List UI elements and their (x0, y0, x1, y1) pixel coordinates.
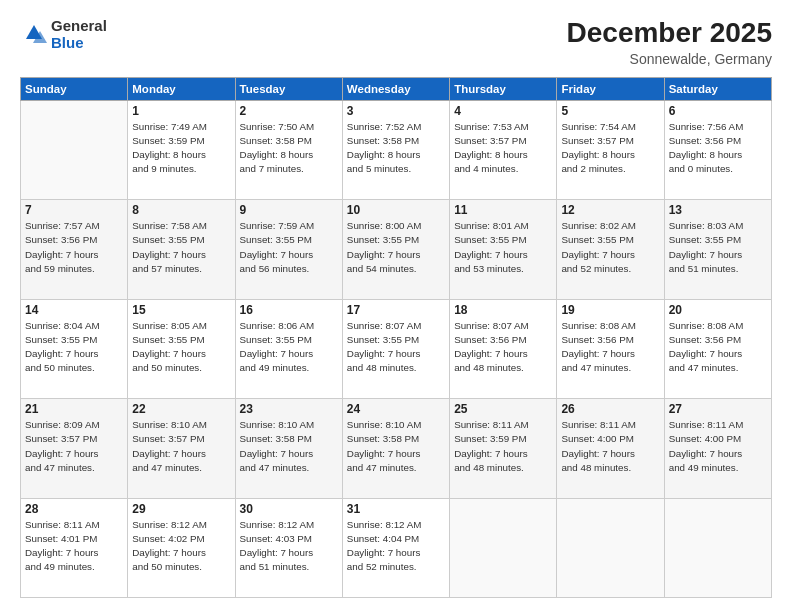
day-number: 15 (132, 303, 230, 317)
location: Sonnewalde, Germany (567, 51, 772, 67)
table-row (450, 498, 557, 597)
day-number: 2 (240, 104, 338, 118)
table-row: 4Sunrise: 7:53 AM Sunset: 3:57 PM Daylig… (450, 100, 557, 199)
logo-icon (20, 21, 48, 49)
day-info: Sunrise: 8:07 AM Sunset: 3:56 PM Dayligh… (454, 319, 552, 376)
day-info: Sunrise: 8:12 AM Sunset: 4:04 PM Dayligh… (347, 518, 445, 575)
table-row: 26Sunrise: 8:11 AM Sunset: 4:00 PM Dayli… (557, 399, 664, 498)
day-info: Sunrise: 8:05 AM Sunset: 3:55 PM Dayligh… (132, 319, 230, 376)
day-number: 27 (669, 402, 767, 416)
col-thursday: Thursday (450, 77, 557, 100)
table-row: 24Sunrise: 8:10 AM Sunset: 3:58 PM Dayli… (342, 399, 449, 498)
title-block: December 2025 Sonnewalde, Germany (567, 18, 772, 67)
table-row: 23Sunrise: 8:10 AM Sunset: 3:58 PM Dayli… (235, 399, 342, 498)
table-row: 7Sunrise: 7:57 AM Sunset: 3:56 PM Daylig… (21, 200, 128, 299)
calendar-header-row: Sunday Monday Tuesday Wednesday Thursday… (21, 77, 772, 100)
table-row: 15Sunrise: 8:05 AM Sunset: 3:55 PM Dayli… (128, 299, 235, 398)
month-title: December 2025 (567, 18, 772, 49)
day-info: Sunrise: 7:59 AM Sunset: 3:55 PM Dayligh… (240, 219, 338, 276)
day-info: Sunrise: 8:04 AM Sunset: 3:55 PM Dayligh… (25, 319, 123, 376)
day-info: Sunrise: 8:10 AM Sunset: 3:58 PM Dayligh… (240, 418, 338, 475)
table-row: 20Sunrise: 8:08 AM Sunset: 3:56 PM Dayli… (664, 299, 771, 398)
day-number: 7 (25, 203, 123, 217)
col-sunday: Sunday (21, 77, 128, 100)
day-info: Sunrise: 8:07 AM Sunset: 3:55 PM Dayligh… (347, 319, 445, 376)
table-row: 3Sunrise: 7:52 AM Sunset: 3:58 PM Daylig… (342, 100, 449, 199)
table-row: 8Sunrise: 7:58 AM Sunset: 3:55 PM Daylig… (128, 200, 235, 299)
table-row: 2Sunrise: 7:50 AM Sunset: 3:58 PM Daylig… (235, 100, 342, 199)
day-number: 9 (240, 203, 338, 217)
table-row: 11Sunrise: 8:01 AM Sunset: 3:55 PM Dayli… (450, 200, 557, 299)
day-info: Sunrise: 7:49 AM Sunset: 3:59 PM Dayligh… (132, 120, 230, 177)
table-row: 5Sunrise: 7:54 AM Sunset: 3:57 PM Daylig… (557, 100, 664, 199)
day-number: 30 (240, 502, 338, 516)
logo-blue-text: Blue (51, 35, 107, 52)
day-number: 16 (240, 303, 338, 317)
table-row: 17Sunrise: 8:07 AM Sunset: 3:55 PM Dayli… (342, 299, 449, 398)
table-row: 21Sunrise: 8:09 AM Sunset: 3:57 PM Dayli… (21, 399, 128, 498)
table-row: 10Sunrise: 8:00 AM Sunset: 3:55 PM Dayli… (342, 200, 449, 299)
col-saturday: Saturday (664, 77, 771, 100)
table-row: 19Sunrise: 8:08 AM Sunset: 3:56 PM Dayli… (557, 299, 664, 398)
header: General Blue December 2025 Sonnewalde, G… (20, 18, 772, 67)
day-number: 28 (25, 502, 123, 516)
page: General Blue December 2025 Sonnewalde, G… (0, 0, 792, 612)
day-info: Sunrise: 7:57 AM Sunset: 3:56 PM Dayligh… (25, 219, 123, 276)
table-row: 29Sunrise: 8:12 AM Sunset: 4:02 PM Dayli… (128, 498, 235, 597)
day-info: Sunrise: 8:10 AM Sunset: 3:58 PM Dayligh… (347, 418, 445, 475)
day-info: Sunrise: 8:02 AM Sunset: 3:55 PM Dayligh… (561, 219, 659, 276)
day-number: 4 (454, 104, 552, 118)
day-number: 1 (132, 104, 230, 118)
table-row: 12Sunrise: 8:02 AM Sunset: 3:55 PM Dayli… (557, 200, 664, 299)
day-number: 6 (669, 104, 767, 118)
day-info: Sunrise: 8:03 AM Sunset: 3:55 PM Dayligh… (669, 219, 767, 276)
day-number: 10 (347, 203, 445, 217)
table-row: 30Sunrise: 8:12 AM Sunset: 4:03 PM Dayli… (235, 498, 342, 597)
day-number: 18 (454, 303, 552, 317)
day-info: Sunrise: 8:08 AM Sunset: 3:56 PM Dayligh… (561, 319, 659, 376)
day-info: Sunrise: 7:54 AM Sunset: 3:57 PM Dayligh… (561, 120, 659, 177)
table-row: 27Sunrise: 8:11 AM Sunset: 4:00 PM Dayli… (664, 399, 771, 498)
day-number: 11 (454, 203, 552, 217)
day-info: Sunrise: 8:12 AM Sunset: 4:02 PM Dayligh… (132, 518, 230, 575)
day-number: 13 (669, 203, 767, 217)
table-row: 6Sunrise: 7:56 AM Sunset: 3:56 PM Daylig… (664, 100, 771, 199)
day-number: 8 (132, 203, 230, 217)
day-number: 5 (561, 104, 659, 118)
day-info: Sunrise: 8:08 AM Sunset: 3:56 PM Dayligh… (669, 319, 767, 376)
table-row: 13Sunrise: 8:03 AM Sunset: 3:55 PM Dayli… (664, 200, 771, 299)
table-row: 14Sunrise: 8:04 AM Sunset: 3:55 PM Dayli… (21, 299, 128, 398)
day-info: Sunrise: 8:11 AM Sunset: 4:00 PM Dayligh… (669, 418, 767, 475)
day-info: Sunrise: 8:11 AM Sunset: 4:01 PM Dayligh… (25, 518, 123, 575)
day-number: 26 (561, 402, 659, 416)
day-info: Sunrise: 8:00 AM Sunset: 3:55 PM Dayligh… (347, 219, 445, 276)
day-info: Sunrise: 8:11 AM Sunset: 4:00 PM Dayligh… (561, 418, 659, 475)
day-number: 14 (25, 303, 123, 317)
day-number: 24 (347, 402, 445, 416)
day-info: Sunrise: 7:56 AM Sunset: 3:56 PM Dayligh… (669, 120, 767, 177)
table-row: 9Sunrise: 7:59 AM Sunset: 3:55 PM Daylig… (235, 200, 342, 299)
day-info: Sunrise: 8:10 AM Sunset: 3:57 PM Dayligh… (132, 418, 230, 475)
col-friday: Friday (557, 77, 664, 100)
day-number: 22 (132, 402, 230, 416)
day-info: Sunrise: 7:53 AM Sunset: 3:57 PM Dayligh… (454, 120, 552, 177)
table-row (664, 498, 771, 597)
col-wednesday: Wednesday (342, 77, 449, 100)
day-info: Sunrise: 8:01 AM Sunset: 3:55 PM Dayligh… (454, 219, 552, 276)
day-info: Sunrise: 8:06 AM Sunset: 3:55 PM Dayligh… (240, 319, 338, 376)
day-number: 23 (240, 402, 338, 416)
table-row: 1Sunrise: 7:49 AM Sunset: 3:59 PM Daylig… (128, 100, 235, 199)
table-row (557, 498, 664, 597)
day-info: Sunrise: 7:58 AM Sunset: 3:55 PM Dayligh… (132, 219, 230, 276)
day-number: 20 (669, 303, 767, 317)
logo: General Blue (20, 18, 107, 51)
col-tuesday: Tuesday (235, 77, 342, 100)
day-info: Sunrise: 7:52 AM Sunset: 3:58 PM Dayligh… (347, 120, 445, 177)
table-row: 25Sunrise: 8:11 AM Sunset: 3:59 PM Dayli… (450, 399, 557, 498)
calendar-table: Sunday Monday Tuesday Wednesday Thursday… (20, 77, 772, 598)
table-row (21, 100, 128, 199)
logo-general-text: General (51, 18, 107, 35)
table-row: 28Sunrise: 8:11 AM Sunset: 4:01 PM Dayli… (21, 498, 128, 597)
table-row: 31Sunrise: 8:12 AM Sunset: 4:04 PM Dayli… (342, 498, 449, 597)
day-number: 17 (347, 303, 445, 317)
